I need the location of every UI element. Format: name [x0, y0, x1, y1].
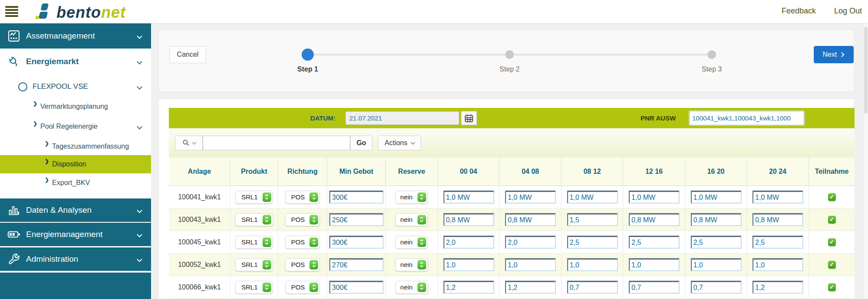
scrollbar-thumb[interactable]: [864, 27, 868, 114]
slot-04-08-input[interactable]: [505, 191, 556, 203]
step-2-dot[interactable]: [505, 50, 514, 59]
table-row: 100052_kwk1 SRL1 POS nein: [169, 254, 855, 276]
teilnahme-cell: ✓: [809, 254, 855, 276]
step-3-dot[interactable]: [707, 50, 716, 59]
next-button[interactable]: Next: [814, 46, 854, 63]
reserve-select[interactable]: nein: [395, 191, 427, 204]
logout-link[interactable]: Log Out: [834, 6, 862, 16]
brand-logo[interactable]: bentonet: [34, 2, 126, 23]
slot-08-12-input[interactable]: [567, 258, 618, 271]
richtung-select[interactable]: POS: [285, 281, 320, 294]
battery-icon: [7, 228, 21, 241]
sidebar-item-daten-analysen[interactable]: Daten & Analysen: [0, 198, 151, 222]
min-gebot-input[interactable]: [329, 258, 383, 271]
produkt-select[interactable]: SRL1: [235, 213, 273, 226]
slot-20-24-input[interactable]: [753, 191, 803, 203]
sidebar-item-energiemanagement[interactable]: Energiemanagement: [0, 223, 151, 246]
anlage-cell: 100052_kwk1: [169, 254, 230, 276]
select-stepper-icon: [263, 215, 271, 224]
reserve-select[interactable]: nein: [395, 281, 427, 294]
slot-12-16-input[interactable]: [629, 258, 679, 271]
slot-08-12-input[interactable]: [567, 281, 618, 293]
slot-04-08-input[interactable]: [505, 213, 556, 226]
datum-input[interactable]: [345, 111, 459, 125]
produkt-select[interactable]: SRL1: [235, 236, 273, 249]
slot-08-12-input[interactable]: [567, 191, 618, 203]
slot-04-08-input[interactable]: [505, 236, 556, 248]
search-input[interactable]: [203, 136, 350, 150]
teilnahme-checkbox[interactable]: ✓: [828, 261, 836, 269]
pnr-ausw-input[interactable]: [689, 111, 804, 125]
teilnahme-checkbox[interactable]: ✓: [828, 216, 836, 224]
richtung-select[interactable]: POS: [285, 258, 320, 271]
actions-menu-button[interactable]: Actions: [378, 136, 421, 150]
slot-04-08-input[interactable]: [505, 281, 556, 293]
chevron-right-icon: [841, 52, 845, 58]
sidebar-item-flexpool-vse[interactable]: FLEXPOOL VSE: [0, 79, 151, 94]
chevron-down-icon: [137, 257, 142, 262]
step-1-dot[interactable]: [302, 49, 314, 61]
min-gebot-input[interactable]: [329, 191, 383, 203]
slot-08-12-input[interactable]: [567, 236, 618, 248]
slot-12-16-input[interactable]: [629, 213, 679, 226]
brand-logo-icon: [34, 2, 53, 23]
reserve-select[interactable]: nein: [395, 258, 427, 271]
slot-00-04-input[interactable]: [444, 281, 494, 293]
slot-12-16-input[interactable]: [629, 236, 679, 248]
slot-16-20-input[interactable]: [691, 258, 741, 271]
hamburger-menu-icon[interactable]: [5, 5, 23, 19]
sidebar-item-tageszusammenfassung[interactable]: ❯ Tageszusammenfassung: [0, 140, 151, 153]
slot-00-04-input[interactable]: [444, 191, 494, 203]
slot-08-12-input[interactable]: [567, 213, 618, 226]
search-options-button[interactable]: [175, 136, 203, 150]
teilnahme-cell: ✓: [809, 208, 855, 231]
sidebar-item-label: Disposition: [52, 160, 86, 168]
slot-20-24-input[interactable]: [753, 258, 803, 271]
teilnahme-checkbox[interactable]: ✓: [828, 283, 836, 291]
teilnahme-checkbox[interactable]: ✓: [828, 238, 836, 246]
sidebar-item-disposition-active[interactable]: ❯ Disposition: [0, 155, 151, 173]
slot-04-08-input[interactable]: [505, 258, 556, 271]
sidebar-item-vermarktungsplanung[interactable]: ❯ Vermarktungsplanung: [0, 100, 151, 114]
go-button[interactable]: Go: [350, 136, 372, 150]
sidebar-item-energiemarkt[interactable]: Energiemarkt: [0, 52, 151, 71]
produkt-select[interactable]: SRL1: [235, 258, 273, 271]
sidebar-item-administration[interactable]: Administration: [0, 247, 151, 271]
slot-20-24-input[interactable]: [753, 281, 803, 293]
slot-16-20-input[interactable]: [691, 236, 741, 248]
feedback-link[interactable]: Feedback: [782, 6, 816, 16]
slot-00-04-input[interactable]: [444, 213, 494, 226]
slot-12-16-input[interactable]: [629, 191, 679, 203]
cancel-button[interactable]: Cancel: [169, 46, 206, 63]
min-gebot-input[interactable]: [329, 281, 383, 293]
richtung-select[interactable]: POS: [285, 236, 320, 249]
slot-16-20-input[interactable]: [691, 213, 741, 226]
slot-16-20-input[interactable]: [691, 191, 741, 203]
richtung-select[interactable]: POS: [285, 213, 320, 226]
reserve-select[interactable]: nein: [395, 213, 427, 226]
chevron-down-icon: [137, 232, 142, 237]
sidebar-item-assetmanagement[interactable]: Assetmanagement: [0, 23, 151, 49]
vertical-scrollbar[interactable]: [863, 23, 868, 299]
min-gebot-input[interactable]: [329, 213, 383, 226]
angle-right-icon: ❯: [45, 158, 49, 164]
slot-12-16-input[interactable]: [629, 281, 679, 293]
richtung-select[interactable]: POS: [285, 191, 320, 204]
produkt-select[interactable]: SRL1: [235, 191, 273, 204]
richtung-cell: POS: [278, 208, 327, 231]
slot-20-24-input[interactable]: [753, 213, 803, 226]
column-header: Anlage: [169, 157, 230, 185]
slot-16-20-input[interactable]: [691, 281, 741, 293]
slot-20-24-input[interactable]: [753, 236, 803, 248]
produkt-select[interactable]: SRL1: [235, 281, 273, 294]
brand-wordmark: bentonet: [56, 3, 126, 22]
reserve-select[interactable]: nein: [395, 236, 427, 249]
sidebar-item-export-bkv[interactable]: ❯ Export_BKV: [0, 176, 151, 190]
sidebar-item-label: Pool Regelenergie: [40, 123, 98, 130]
calendar-button[interactable]: [461, 111, 477, 125]
slot-00-04-input[interactable]: [444, 236, 494, 248]
slot-00-04-input[interactable]: [444, 258, 494, 271]
min-gebot-input[interactable]: [329, 236, 383, 248]
sidebar-item-pool-regelenergie[interactable]: ❯ Pool Regelenergie: [0, 120, 151, 133]
teilnahme-checkbox[interactable]: ✓: [828, 193, 836, 201]
